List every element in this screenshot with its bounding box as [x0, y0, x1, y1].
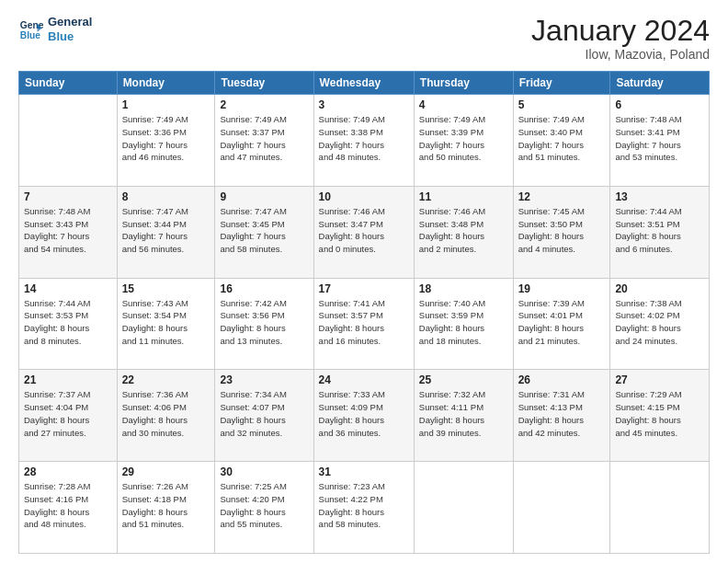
- calendar-cell: 9Sunrise: 7:47 AMSunset: 3:45 PMDaylight…: [215, 186, 313, 278]
- day-info: Sunrise: 7:34 AMSunset: 4:07 PMDaylight:…: [220, 388, 308, 439]
- day-number: 24: [319, 373, 409, 386]
- calendar-cell: 7Sunrise: 7:48 AMSunset: 3:43 PMDaylight…: [19, 186, 118, 278]
- day-info: Sunrise: 7:36 AMSunset: 4:06 PMDaylight:…: [122, 388, 210, 439]
- page: General Blue General Blue January 2024 I…: [0, 0, 728, 563]
- day-number: 16: [220, 282, 308, 295]
- location-subtitle: Ilow, Mazovia, Poland: [531, 47, 710, 62]
- header: General Blue General Blue January 2024 I…: [18, 15, 710, 62]
- calendar-cell: 12Sunrise: 7:45 AMSunset: 3:50 PMDayligh…: [513, 186, 610, 278]
- day-info: Sunrise: 7:23 AMSunset: 4:22 PMDaylight:…: [319, 480, 409, 531]
- day-number: 6: [615, 98, 704, 111]
- calendar-cell: 14Sunrise: 7:44 AMSunset: 3:53 PMDayligh…: [19, 278, 118, 370]
- day-number: 30: [220, 465, 308, 478]
- day-info: Sunrise: 7:46 AMSunset: 3:48 PMDaylight:…: [419, 205, 508, 256]
- logo-line2: Blue: [48, 29, 92, 44]
- weekday-header-monday: Monday: [117, 72, 215, 95]
- day-number: 19: [518, 282, 606, 295]
- day-number: 29: [122, 465, 210, 478]
- day-number: 9: [220, 190, 308, 203]
- day-info: Sunrise: 7:43 AMSunset: 3:54 PMDaylight:…: [122, 297, 210, 348]
- day-number: 1: [122, 98, 210, 111]
- day-info: Sunrise: 7:49 AMSunset: 3:38 PMDaylight:…: [319, 113, 409, 164]
- calendar-cell: 19Sunrise: 7:39 AMSunset: 4:01 PMDayligh…: [513, 278, 610, 370]
- calendar-cell: 23Sunrise: 7:34 AMSunset: 4:07 PMDayligh…: [215, 370, 313, 462]
- logo-line1: General: [48, 15, 92, 29]
- calendar-table: SundayMondayTuesdayWednesdayThursdayFrid…: [18, 71, 710, 554]
- calendar-cell: 5Sunrise: 7:49 AMSunset: 3:40 PMDaylight…: [513, 95, 610, 187]
- day-number: 17: [319, 282, 409, 295]
- calendar-cell: 15Sunrise: 7:43 AMSunset: 3:54 PMDayligh…: [117, 278, 215, 370]
- weekday-header-wednesday: Wednesday: [313, 72, 414, 95]
- svg-text:Blue: Blue: [20, 30, 41, 40]
- day-info: Sunrise: 7:38 AMSunset: 4:02 PMDaylight:…: [615, 297, 704, 348]
- calendar-cell: 29Sunrise: 7:26 AMSunset: 4:18 PMDayligh…: [117, 462, 215, 554]
- title-block: January 2024 Ilow, Mazovia, Poland: [531, 15, 710, 62]
- day-number: 8: [122, 190, 210, 203]
- calendar-cell: [414, 462, 513, 554]
- calendar-week-row: 7Sunrise: 7:48 AMSunset: 3:43 PMDaylight…: [19, 186, 710, 278]
- day-number: 4: [419, 98, 508, 111]
- calendar-cell: 26Sunrise: 7:31 AMSunset: 4:13 PMDayligh…: [513, 370, 610, 462]
- calendar-cell: 18Sunrise: 7:40 AMSunset: 3:59 PMDayligh…: [414, 278, 513, 370]
- day-info: Sunrise: 7:47 AMSunset: 3:45 PMDaylight:…: [220, 205, 308, 256]
- day-info: Sunrise: 7:28 AMSunset: 4:16 PMDaylight:…: [24, 480, 112, 531]
- calendar-cell: 16Sunrise: 7:42 AMSunset: 3:56 PMDayligh…: [215, 278, 313, 370]
- calendar-cell: 21Sunrise: 7:37 AMSunset: 4:04 PMDayligh…: [19, 370, 118, 462]
- day-info: Sunrise: 7:45 AMSunset: 3:50 PMDaylight:…: [518, 205, 606, 256]
- calendar-cell: 25Sunrise: 7:32 AMSunset: 4:11 PMDayligh…: [414, 370, 513, 462]
- day-number: 31: [319, 465, 409, 478]
- day-number: 18: [419, 282, 508, 295]
- day-info: Sunrise: 7:29 AMSunset: 4:15 PMDaylight:…: [615, 388, 704, 439]
- day-info: Sunrise: 7:42 AMSunset: 3:56 PMDaylight:…: [220, 297, 308, 348]
- day-number: 27: [615, 373, 704, 386]
- calendar-cell: 24Sunrise: 7:33 AMSunset: 4:09 PMDayligh…: [313, 370, 414, 462]
- weekday-header-sunday: Sunday: [19, 72, 118, 95]
- day-info: Sunrise: 7:44 AMSunset: 3:51 PMDaylight:…: [615, 205, 704, 256]
- day-info: Sunrise: 7:41 AMSunset: 3:57 PMDaylight:…: [319, 297, 409, 348]
- day-info: Sunrise: 7:25 AMSunset: 4:20 PMDaylight:…: [220, 480, 308, 531]
- day-number: 28: [24, 465, 112, 478]
- day-info: Sunrise: 7:32 AMSunset: 4:11 PMDaylight:…: [419, 388, 508, 439]
- day-number: 3: [319, 98, 409, 111]
- calendar-cell: 3Sunrise: 7:49 AMSunset: 3:38 PMDaylight…: [313, 95, 414, 187]
- calendar-cell: 27Sunrise: 7:29 AMSunset: 4:15 PMDayligh…: [610, 370, 710, 462]
- logo: General Blue General Blue: [18, 15, 92, 43]
- day-number: 13: [615, 190, 704, 203]
- calendar-cell: 1Sunrise: 7:49 AMSunset: 3:36 PMDaylight…: [117, 95, 215, 187]
- calendar-cell: 11Sunrise: 7:46 AMSunset: 3:48 PMDayligh…: [414, 186, 513, 278]
- day-info: Sunrise: 7:26 AMSunset: 4:18 PMDaylight:…: [122, 480, 210, 531]
- day-info: Sunrise: 7:39 AMSunset: 4:01 PMDaylight:…: [518, 297, 606, 348]
- day-number: 7: [24, 190, 112, 203]
- day-number: 10: [319, 190, 409, 203]
- day-number: 20: [615, 282, 704, 295]
- day-info: Sunrise: 7:44 AMSunset: 3:53 PMDaylight:…: [24, 297, 112, 348]
- day-info: Sunrise: 7:33 AMSunset: 4:09 PMDaylight:…: [319, 388, 409, 439]
- calendar-cell: 10Sunrise: 7:46 AMSunset: 3:47 PMDayligh…: [313, 186, 414, 278]
- calendar-cell: [513, 462, 610, 554]
- day-number: 14: [24, 282, 112, 295]
- calendar-week-row: 21Sunrise: 7:37 AMSunset: 4:04 PMDayligh…: [19, 370, 710, 462]
- day-number: 22: [122, 373, 210, 386]
- calendar-cell: 31Sunrise: 7:23 AMSunset: 4:22 PMDayligh…: [313, 462, 414, 554]
- day-number: 23: [220, 373, 308, 386]
- day-info: Sunrise: 7:46 AMSunset: 3:47 PMDaylight:…: [319, 205, 409, 256]
- day-number: 25: [419, 373, 508, 386]
- month-title: January 2024: [531, 15, 710, 47]
- calendar-cell: 17Sunrise: 7:41 AMSunset: 3:57 PMDayligh…: [313, 278, 414, 370]
- weekday-header-saturday: Saturday: [610, 72, 710, 95]
- weekday-header-friday: Friday: [513, 72, 610, 95]
- day-number: 26: [518, 373, 606, 386]
- calendar-cell: 2Sunrise: 7:49 AMSunset: 3:37 PMDaylight…: [215, 95, 313, 187]
- calendar-week-row: 28Sunrise: 7:28 AMSunset: 4:16 PMDayligh…: [19, 462, 710, 554]
- weekday-header-thursday: Thursday: [414, 72, 513, 95]
- day-number: 2: [220, 98, 308, 111]
- day-info: Sunrise: 7:48 AMSunset: 3:41 PMDaylight:…: [615, 113, 704, 164]
- day-info: Sunrise: 7:40 AMSunset: 3:59 PMDaylight:…: [419, 297, 508, 348]
- calendar-cell: 8Sunrise: 7:47 AMSunset: 3:44 PMDaylight…: [117, 186, 215, 278]
- day-number: 5: [518, 98, 606, 111]
- weekday-header-tuesday: Tuesday: [215, 72, 313, 95]
- day-info: Sunrise: 7:49 AMSunset: 3:36 PMDaylight:…: [122, 113, 210, 164]
- day-info: Sunrise: 7:49 AMSunset: 3:40 PMDaylight:…: [518, 113, 606, 164]
- calendar-cell: 4Sunrise: 7:49 AMSunset: 3:39 PMDaylight…: [414, 95, 513, 187]
- day-info: Sunrise: 7:31 AMSunset: 4:13 PMDaylight:…: [518, 388, 606, 439]
